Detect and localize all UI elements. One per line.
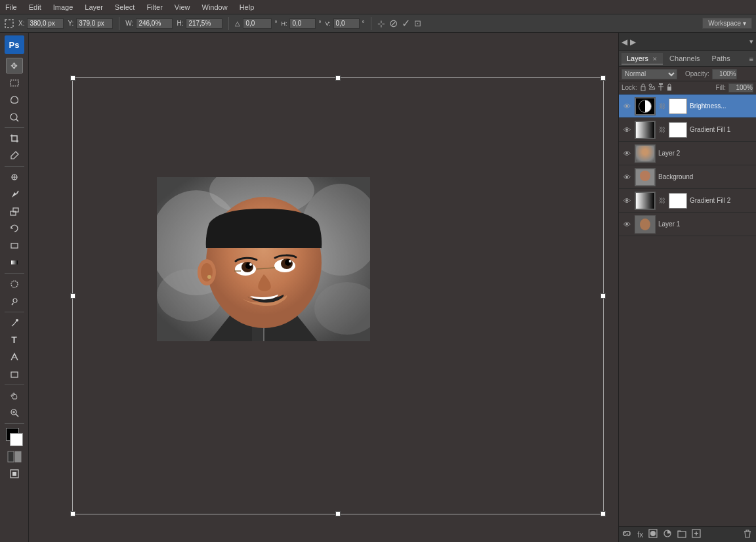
panel-menu-icon[interactable]: ≡	[749, 55, 753, 63]
svg-point-13	[13, 299, 17, 302]
transform-handle-ml[interactable]	[70, 293, 75, 299]
clone-tool[interactable]	[6, 203, 23, 219]
layer-row-gradient1[interactable]: 👁 ⛓ Gradient Fill 1	[619, 118, 756, 142]
eraser-tool[interactable]	[6, 238, 23, 253]
transform-handle-tm[interactable]	[335, 75, 341, 81]
pen-tool[interactable]	[6, 315, 23, 331]
commit-transform-icon[interactable]: ✓	[402, 17, 410, 30]
layer-row-brightness[interactable]: 👁 ⛓ Brightness...	[619, 94, 756, 118]
menu-layer[interactable]: Layer	[82, 3, 106, 11]
layer-row-layer2[interactable]: 👁 Layer 2	[619, 142, 756, 165]
cancel-transform-icon[interactable]: ⊘	[389, 17, 398, 30]
new-layer-button[interactable]	[692, 529, 701, 540]
transform-handle-br[interactable]	[600, 511, 606, 516]
quick-mask-tool[interactable]	[6, 449, 23, 465]
hand-tool[interactable]	[6, 388, 23, 404]
tab-layers[interactable]: Layers ✕	[621, 53, 663, 65]
layer-eye-layer1[interactable]: 👁	[621, 220, 632, 228]
lock-all-icon[interactable]	[666, 83, 673, 93]
blur-tool[interactable]	[6, 276, 23, 292]
healing-tool[interactable]	[6, 169, 23, 185]
tab-layers-close[interactable]: ✕	[652, 56, 658, 62]
svg-point-45	[207, 275, 211, 279]
layer-eye-layer2[interactable]: 👁	[621, 150, 632, 157]
layer-eye-gradient1[interactable]: 👁	[621, 126, 632, 134]
background-color[interactable]	[10, 433, 23, 446]
lock-transparent-icon[interactable]	[640, 83, 646, 93]
panel-options-icon[interactable]: ▾	[749, 37, 753, 46]
layer-eye-gradient2[interactable]: 👁	[621, 197, 632, 205]
path-selection-tool[interactable]	[6, 349, 23, 365]
dodge-tool[interactable]	[6, 293, 23, 309]
transform-handle-bm[interactable]	[335, 511, 341, 516]
layer-name-layer2: Layer 2	[658, 150, 753, 157]
menu-window[interactable]: Window	[200, 3, 230, 11]
transform-handle-bl[interactable]	[70, 511, 75, 516]
opacity-input[interactable]	[712, 69, 737, 79]
left-toolbar: Ps ✥	[0, 33, 29, 542]
brush-tool[interactable]	[6, 186, 23, 202]
layer-row-gradient2[interactable]: 👁 ⛓ Gradient Fill 2	[619, 189, 756, 213]
svg-rect-0	[5, 20, 13, 28]
lock-position-icon[interactable]	[658, 83, 664, 93]
h-input[interactable]	[186, 18, 222, 29]
eyedropper-tool[interactable]	[6, 148, 23, 163]
marquee-tool[interactable]	[6, 75, 23, 91]
menu-help[interactable]: Help	[237, 3, 257, 11]
color-swatch[interactable]	[5, 428, 24, 446]
delete-layer-button[interactable]	[743, 529, 752, 540]
svg-point-36	[201, 263, 213, 281]
tab-channels[interactable]: Channels	[664, 53, 705, 65]
layer-eye-background[interactable]: 👁	[621, 173, 632, 181]
history-tool[interactable]	[6, 220, 23, 236]
shape-tool[interactable]	[6, 366, 23, 382]
transform-handle-tl[interactable]	[70, 75, 75, 81]
link-layers-button[interactable]	[623, 529, 632, 540]
lock-image-icon[interactable]	[648, 83, 656, 93]
tab-paths[interactable]: Paths	[707, 53, 736, 65]
y-coord-group: Y:	[68, 18, 113, 29]
tool-sep-5	[5, 385, 24, 385]
layer-thumb-background	[635, 168, 656, 186]
clone-source-icon[interactable]: ⊡	[414, 18, 421, 28]
quick-select-tool[interactable]	[6, 109, 23, 125]
add-style-button[interactable]: fx	[637, 530, 643, 539]
fill-input[interactable]	[728, 83, 753, 93]
zoom-tool[interactable]	[6, 405, 23, 421]
lasso-tool[interactable]	[6, 92, 23, 108]
new-fill-button[interactable]	[663, 529, 672, 540]
crop-tool[interactable]	[6, 131, 23, 146]
transform-handle-tr[interactable]	[600, 75, 606, 81]
layer-mask-brightness	[669, 98, 687, 114]
screen-mode-tool[interactable]	[6, 466, 23, 482]
menu-file[interactable]: File	[3, 3, 20, 11]
svg-rect-1	[10, 80, 18, 86]
workspace-button[interactable]: Workspace ▾	[702, 18, 752, 29]
panel-expand-right[interactable]: ▶	[630, 37, 636, 47]
menu-view[interactable]: View	[172, 3, 193, 11]
gradient-tool[interactable]	[6, 255, 23, 270]
menu-filter[interactable]: Filter	[144, 3, 165, 11]
layer-eye-brightness[interactable]: 👁	[621, 102, 632, 110]
transform-handle-mr[interactable]	[600, 293, 606, 299]
layer-row-background[interactable]: 👁 Background	[619, 165, 756, 189]
v-skew-group: V: °	[325, 18, 364, 29]
w-input[interactable]	[136, 18, 173, 29]
y-input[interactable]	[76, 18, 113, 29]
move-tool[interactable]: ✥	[6, 58, 23, 73]
panel-collapse-left[interactable]: ◀	[621, 37, 627, 47]
add-mask-button[interactable]	[648, 529, 658, 540]
blend-mode-select[interactable]: Normal Multiply Screen Overlay	[621, 69, 677, 79]
menu-select[interactable]: Select	[112, 3, 138, 11]
new-group-button[interactable]	[677, 529, 686, 540]
layer-row-layer1[interactable]: 👁 Layer 1	[619, 213, 756, 236]
v-skew-input[interactable]	[333, 18, 360, 29]
menu-edit[interactable]: Edit	[26, 3, 44, 11]
interpolation-icon[interactable]: ⊹	[377, 18, 385, 29]
angle-group: △ °	[235, 18, 277, 29]
type-tool[interactable]: T	[6, 332, 23, 348]
menu-image[interactable]: Image	[51, 3, 76, 11]
x-input[interactable]	[27, 18, 64, 29]
h-skew-input[interactable]	[289, 18, 316, 29]
angle-input[interactable]	[243, 18, 272, 29]
